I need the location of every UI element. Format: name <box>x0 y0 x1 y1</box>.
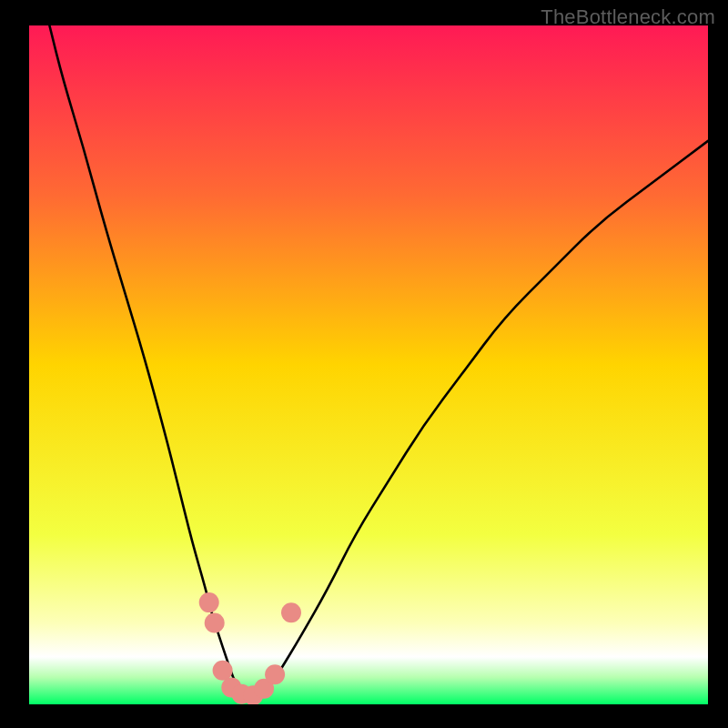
data-marker <box>265 664 285 684</box>
watermark-text: TheBottleneck.com <box>541 5 715 29</box>
data-marker <box>199 592 219 612</box>
chart-background-gradient <box>29 25 708 704</box>
data-marker <box>281 602 301 622</box>
data-marker <box>205 613 225 633</box>
chart-plot-area <box>29 25 708 704</box>
data-marker <box>213 661 233 681</box>
chart-svg <box>29 25 708 704</box>
